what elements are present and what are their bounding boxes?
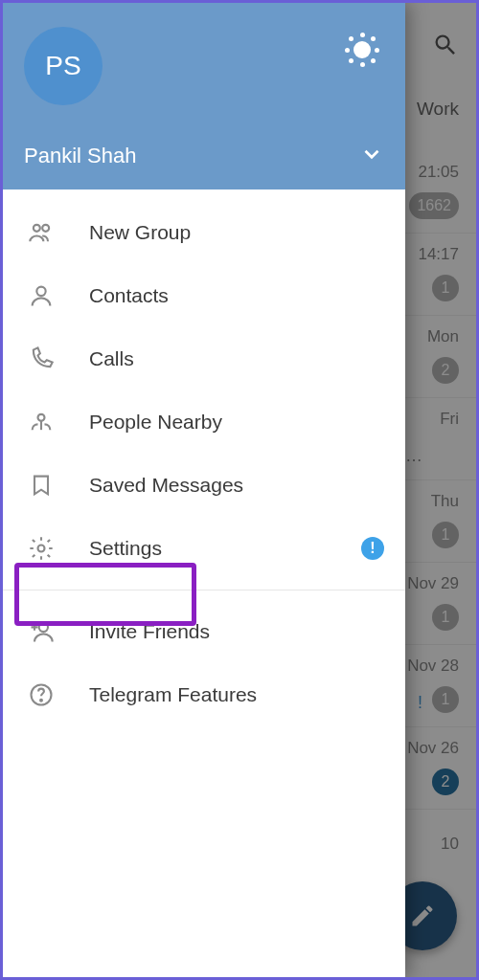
menu-label: Contacts — [89, 284, 169, 307]
drawer-header: PS Pankil Shah — [3, 3, 405, 189]
navigation-drawer: PS Pankil Shah — [3, 3, 405, 977]
chevron-down-icon[interactable] — [359, 142, 384, 170]
svg-point-3 — [38, 414, 45, 421]
svg-point-2 — [36, 287, 45, 296]
menu-item-people-nearby[interactable]: People Nearby — [3, 390, 405, 454]
help-icon — [22, 681, 60, 708]
drawer-menu: New Group Contacts Calls People Nearby S… — [3, 189, 405, 977]
phone-icon — [22, 345, 60, 372]
group-icon — [22, 219, 60, 246]
menu-item-new-group[interactable]: New Group — [3, 201, 405, 264]
alert-badge: ! — [361, 537, 384, 560]
menu-item-calls[interactable]: Calls — [3, 327, 405, 390]
gear-icon — [22, 535, 60, 562]
menu-label: New Group — [89, 221, 191, 244]
nearby-icon — [22, 409, 60, 435]
account-name: Pankil Shah — [24, 144, 136, 168]
menu-label: Settings — [89, 537, 162, 560]
menu-item-contacts[interactable]: Contacts — [3, 264, 405, 327]
menu-divider — [3, 590, 405, 590]
svg-point-0 — [34, 225, 40, 232]
menu-item-settings[interactable]: Settings ! — [3, 517, 405, 580]
person-icon — [22, 282, 60, 309]
menu-item-saved-messages[interactable]: Saved Messages — [3, 454, 405, 517]
avatar[interactable]: PS — [24, 27, 103, 105]
menu-label: Saved Messages — [89, 474, 243, 497]
svg-point-4 — [38, 546, 45, 552]
menu-item-invite-friends[interactable]: Invite Friends — [3, 600, 405, 663]
menu-label: Calls — [89, 347, 134, 370]
menu-label: Invite Friends — [89, 620, 210, 643]
bookmark-icon — [22, 472, 60, 499]
sun-icon — [346, 33, 378, 66]
add-person-icon — [22, 618, 60, 645]
menu-label: People Nearby — [89, 411, 222, 434]
svg-point-7 — [40, 700, 42, 702]
svg-point-5 — [39, 623, 48, 632]
menu-label: Telegram Features — [89, 683, 257, 706]
menu-item-telegram-features[interactable]: Telegram Features — [3, 663, 405, 726]
svg-point-1 — [42, 225, 49, 232]
theme-toggle[interactable] — [346, 33, 378, 66]
